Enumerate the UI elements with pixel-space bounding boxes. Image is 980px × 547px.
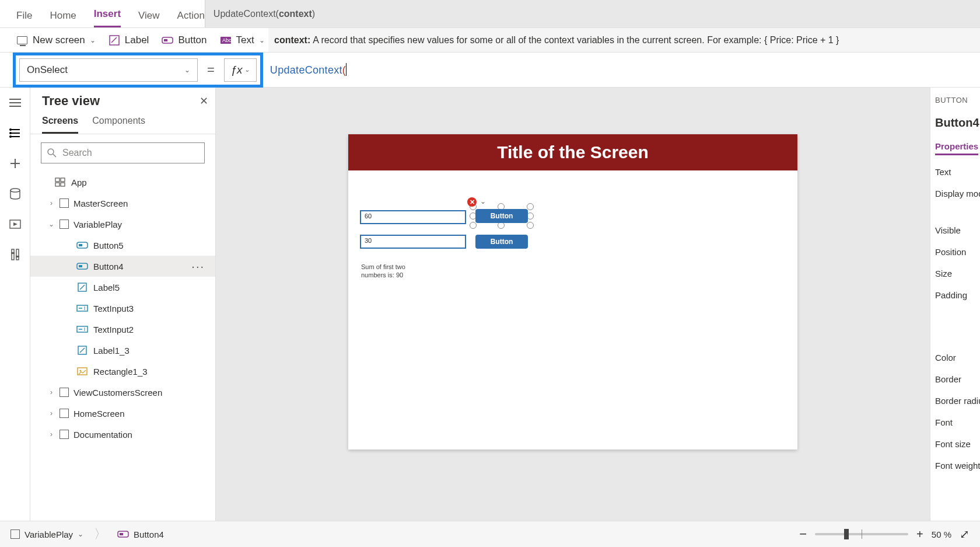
properties-panel: BUTTON Button4 Properties Text Display m…	[930, 88, 980, 521]
insert-icon[interactable]	[8, 156, 22, 170]
more-icon[interactable]: ···	[191, 260, 205, 273]
zoom-value: 50 %	[932, 529, 951, 539]
chevron-icon: ⌄	[48, 220, 55, 228]
prop-tab-properties[interactable]: Properties	[935, 141, 978, 155]
text-button[interactable]: Abc Text ⌄	[220, 34, 265, 46]
error-badge-icon[interactable]: ✕	[467, 197, 477, 207]
tree-item[interactable]: TextInput2	[30, 319, 215, 340]
zoom-in-button[interactable]: +	[916, 528, 923, 541]
canvas-button-1[interactable]: Button	[475, 209, 528, 223]
device-preview[interactable]: Title of the Screen 60 30 ✕ ⌄ Button But…	[348, 134, 797, 450]
tree-item[interactable]: ›HomeScreen	[30, 403, 215, 424]
tab-components[interactable]: Components	[92, 116, 145, 134]
tree-item[interactable]: Label1_3	[30, 340, 215, 361]
prop-row[interactable]: Color	[935, 353, 975, 363]
formula-input[interactable]: UpdateContext(	[263, 53, 980, 88]
prop-row[interactable]: Font size	[935, 439, 975, 449]
prop-row[interactable]: Border radiu	[935, 396, 975, 406]
media-icon[interactable]	[8, 217, 22, 231]
breadcrumb-control[interactable]: Button4	[117, 529, 164, 539]
prop-row[interactable]: Visible	[935, 225, 975, 235]
tree-item-label: App	[71, 177, 87, 187]
chevron-down-icon[interactable]: ⌄	[480, 197, 486, 205]
tree-item[interactable]: App	[30, 172, 215, 193]
intellisense-hint: context: A record that specifies new val…	[268, 28, 980, 53]
fx-button[interactable]: ƒx ⌄	[224, 58, 257, 82]
button-icon	[76, 241, 89, 249]
insert-toolbar: New screen ⌄ Label Button Abc Text ⌄	[0, 28, 268, 53]
button-label: Button	[178, 34, 206, 46]
prop-row[interactable]: Font	[935, 417, 975, 427]
zoom-controls: − + 50 % ⤢	[799, 527, 970, 542]
canvas-button-2[interactable]: Button	[475, 235, 528, 249]
zoom-slider[interactable]	[815, 533, 908, 535]
text-label: Text	[236, 34, 254, 46]
svg-point-28	[80, 370, 82, 372]
prop-row[interactable]: Border	[935, 374, 975, 384]
button-button[interactable]: Button	[162, 34, 206, 46]
tree-view-icon[interactable]	[8, 126, 22, 140]
prop-row[interactable]: Font weight	[935, 461, 975, 471]
tree-item-label: Button5	[93, 241, 124, 250]
zoom-out-button[interactable]: −	[799, 527, 807, 542]
svg-rect-13	[16, 256, 19, 257]
tab-screens[interactable]: Screens	[42, 116, 78, 134]
breadcrumb-sep-icon: 〉	[94, 525, 107, 543]
fit-screen-icon[interactable]: ⤢	[960, 527, 970, 541]
breadcrumb-screen[interactable]: VariablePlay ⌄	[10, 529, 83, 539]
left-rail	[0, 88, 30, 521]
advanced-icon[interactable]	[8, 248, 22, 262]
tree-item-label: TextInput2	[93, 325, 134, 335]
svg-rect-15	[55, 178, 60, 182]
signature-bar: UpdateContext(context)	[205, 0, 980, 27]
tree-item[interactable]: ⌄VariablePlay	[30, 214, 215, 235]
input-icon	[76, 326, 89, 333]
tree-search[interactable]: Search	[41, 142, 205, 163]
prop-row[interactable]: Text	[935, 167, 975, 177]
tree-item[interactable]: ›Documentation	[30, 424, 215, 445]
screen-icon	[60, 388, 69, 397]
svg-rect-17	[55, 183, 60, 186]
formula-bar-highlight: OnSelect ⌄ = ƒx ⌄	[13, 53, 263, 88]
tree-body: App›MasterScreen⌄VariablePlayButton5Butt…	[30, 172, 215, 521]
tree-item[interactable]: Label5	[30, 277, 215, 298]
tree-item[interactable]: TextInput3	[30, 298, 215, 319]
label-button[interactable]: Label	[108, 34, 149, 46]
menu-view[interactable]: View	[138, 10, 160, 27]
text-input-1[interactable]: 60	[360, 210, 466, 224]
screen-title-bar: Title of the Screen	[348, 134, 797, 170]
tree-item[interactable]: Button4···	[30, 256, 215, 277]
sum-line1: Sum of first two	[361, 263, 405, 270]
text-icon: Abc	[220, 35, 232, 46]
prop-row[interactable]: Display mod	[935, 189, 975, 198]
tree-item[interactable]: ›MasterScreen	[30, 193, 215, 214]
tree-item[interactable]: ›ViewCustomersScreen	[30, 382, 215, 403]
data-icon[interactable]	[8, 187, 22, 201]
new-screen-button[interactable]: New screen ⌄	[16, 34, 96, 46]
formula-text: UpdateContext(	[270, 63, 346, 76]
menu-home[interactable]: Home	[50, 10, 76, 27]
menu-file[interactable]: File	[16, 10, 32, 27]
signature-fn: UpdateContext	[214, 9, 276, 19]
menu-insert[interactable]: Insert	[94, 8, 121, 27]
close-icon[interactable]: ✕	[200, 95, 208, 107]
status-bar: VariablePlay ⌄ 〉 Button4 − + 50 % ⤢	[0, 521, 980, 547]
menu-action[interactable]: Action	[177, 10, 205, 27]
chevron-down-icon: ⌄	[78, 530, 83, 538]
tree-view-panel: Tree view ✕ Screens Components Search Ap…	[30, 88, 216, 521]
text-input-2[interactable]: 30	[360, 235, 466, 249]
hamburger-icon[interactable]	[8, 96, 22, 110]
prop-row[interactable]: Padding	[935, 290, 975, 300]
tree-item[interactable]: Rectangle1_3	[30, 361, 215, 382]
svg-rect-20	[79, 244, 82, 246]
signature-bold: context	[279, 9, 312, 19]
screen-icon	[60, 220, 69, 229]
prop-row[interactable]: Size	[935, 269, 975, 278]
svg-point-8	[10, 189, 20, 192]
sum-line2: numbers is: 90	[361, 271, 403, 278]
property-selector[interactable]: OnSelect ⌄	[19, 58, 198, 82]
prop-row[interactable]: Position	[935, 247, 975, 257]
tree-item[interactable]: Button5	[30, 235, 215, 256]
screen-icon	[10, 529, 20, 539]
property-name: OnSelect	[27, 64, 68, 76]
